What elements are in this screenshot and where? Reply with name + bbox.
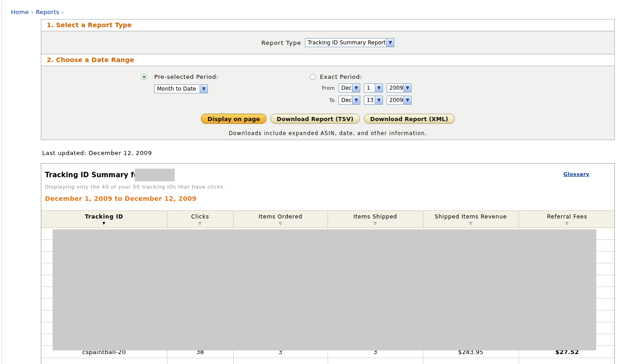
from-label: From <box>310 85 339 91</box>
breadcrumb-separator: › <box>31 9 34 15</box>
chevron-down-icon: ▼ <box>352 84 360 92</box>
to-month-value: Dec <box>339 96 352 104</box>
chevron-down-icon: ▼ <box>375 96 383 104</box>
exact-period-label: Exact Period: <box>320 73 362 80</box>
last-updated-text: Last updated: December 12, 2009 <box>42 150 152 156</box>
report-type-select[interactable]: Tracking ID Summary Report ▼ <box>305 38 394 47</box>
chevron-down-icon: ▼ <box>403 96 411 104</box>
summary-date-range: December 1, 2009 to December 12, 2009 <box>45 195 196 202</box>
from-month-value: Dec <box>339 84 352 92</box>
chevron-down-icon: ▼ <box>200 85 207 93</box>
from-day-value: 1 <box>364 84 375 92</box>
breadcrumb-home-link[interactable]: Home <box>11 9 29 15</box>
preselected-period-radio[interactable] <box>141 74 147 80</box>
from-year-select[interactable]: 2009 ▼ <box>387 83 412 92</box>
to-day-value: 13 <box>364 96 375 104</box>
sort-icon: ▽ <box>328 221 423 225</box>
to-day-select[interactable]: 13 ▼ <box>364 96 383 105</box>
sort-icon: ▽ <box>167 221 233 225</box>
report-type-select-value: Tracking ID Summary Report <box>305 39 386 47</box>
summary-subtitle: Displaying only the 40 of your 50 tracki… <box>45 184 225 190</box>
column-header-items-shipped[interactable]: Items Shipped ▽ <box>328 211 423 228</box>
chevron-down-icon: ▼ <box>352 96 360 104</box>
to-year-select[interactable]: 2009 ▼ <box>387 96 412 105</box>
glossary-link[interactable]: Glossary <box>564 171 589 177</box>
report-table-wrap: Tracking ID ▼ Clicks ▽ Items Ordered ▽ <box>41 210 615 364</box>
date-range-body: Pre-selected Period: Month to Date ▼ Exa… <box>41 66 614 140</box>
report-type-section-heading: 1. Select a Report Type <box>41 19 614 31</box>
sort-icon: ▽ <box>519 221 615 225</box>
summary-title-row: Tracking ID Summary for Glossary <box>41 164 614 182</box>
sort-icon: ▽ <box>423 221 519 225</box>
exact-from-row: From Dec ▼ 1 ▼ 2009 ▼ <box>310 83 415 92</box>
download-report-xml-button[interactable]: Download Report (XML) <box>364 114 455 124</box>
column-header-shipped-items-revenue[interactable]: Shipped Items Revenue ▽ <box>423 211 519 228</box>
chevron-down-icon: ▼ <box>386 39 394 47</box>
preselected-period-group: Pre-selected Period: Month to Date ▼ <box>141 73 218 93</box>
report-actions: Display on page Download Report (TSV) Do… <box>41 114 614 124</box>
display-on-page-button[interactable]: Display on page <box>201 114 266 124</box>
sort-icon: ▽ <box>234 221 328 225</box>
chevron-down-icon: ▼ <box>403 84 411 92</box>
breadcrumb: Home›Reports› <box>11 9 66 15</box>
downloads-note: Downloads include expanded ASIN, date, a… <box>41 130 614 136</box>
download-report-tsv-button[interactable]: Download Report (TSV) <box>270 114 360 124</box>
report-type-row: Report Type Tracking ID Summary Report ▼ <box>41 31 614 54</box>
from-month-select[interactable]: Dec ▼ <box>339 83 360 92</box>
from-day-select[interactable]: 1 ▼ <box>364 83 383 92</box>
to-label: To <box>310 97 339 103</box>
redacted-account-name <box>135 169 175 181</box>
preselected-period-select[interactable]: Month to Date ▼ <box>154 84 208 93</box>
column-header-clicks[interactable]: Clicks ▽ <box>167 211 233 228</box>
breadcrumb-reports-link[interactable]: Reports <box>36 9 59 15</box>
to-year-value: 2009 <box>387 96 403 104</box>
page: Home›Reports› 1. Select a Report Type Re… <box>0 0 633 364</box>
to-month-select[interactable]: Dec ▼ <box>339 96 360 105</box>
from-year-value: 2009 <box>387 84 403 92</box>
exact-period-radio[interactable] <box>310 74 316 80</box>
sort-descending-icon: ▼ <box>41 221 167 225</box>
table-row-partial <box>41 358 615 364</box>
tracking-id-summary-box: Tracking ID Summary for Glossary Display… <box>41 163 615 364</box>
preselected-period-label: Pre-selected Period: <box>154 73 218 80</box>
date-range-section-heading: 2. Choose a Date Range <box>41 54 614 66</box>
report-type-label: Report Type <box>261 39 301 46</box>
report-form-box: 1. Select a Report Type Report Type Trac… <box>41 19 615 140</box>
column-header-items-ordered[interactable]: Items Ordered ▽ <box>233 211 328 228</box>
summary-title: Tracking ID Summary for <box>45 171 142 179</box>
left-edge-rule <box>1 0 2 364</box>
exact-period-group: Exact Period: From Dec ▼ 1 ▼ 2009 ▼ <box>310 73 415 105</box>
table-header-row: Tracking ID ▼ Clicks ▽ Items Ordered ▽ <box>41 211 615 228</box>
chevron-down-icon: ▼ <box>375 84 383 92</box>
redacted-table-data <box>53 229 596 350</box>
column-header-tracking-id[interactable]: Tracking ID ▼ <box>41 211 167 228</box>
column-header-referral-fees[interactable]: Referral Fees ▽ <box>519 211 615 228</box>
breadcrumb-separator: › <box>62 9 64 15</box>
preselected-period-select-value: Month to Date <box>155 85 200 93</box>
exact-to-row: To Dec ▼ 13 ▼ 2009 ▼ <box>310 96 415 105</box>
